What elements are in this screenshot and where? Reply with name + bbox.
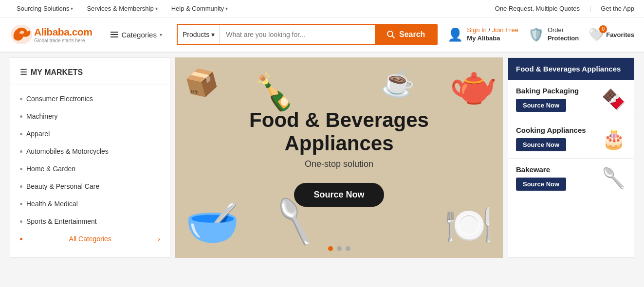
protection-label: Protection bbox=[548, 35, 579, 43]
search-product-label: Products bbox=[183, 31, 209, 38]
deco-coffee: ☕ bbox=[379, 65, 418, 102]
arrow-right-icon: › bbox=[158, 235, 160, 243]
right-panel-item-bakeware: Bakeware Source Now 🥄 bbox=[508, 159, 634, 197]
divider-sign: / bbox=[488, 26, 492, 34]
sidebar-label-all-categories: All Categories bbox=[69, 235, 111, 243]
deco-coffee-machine: 🫖 bbox=[449, 62, 498, 108]
sidebar-item-sports[interactable]: Sports & Entertainment bbox=[10, 213, 170, 230]
search-product-chevron-icon: ▾ bbox=[211, 31, 215, 38]
list-icon: ☰ bbox=[20, 68, 27, 77]
dot-icon bbox=[20, 133, 22, 135]
indicator-3[interactable] bbox=[346, 246, 350, 251]
sidebar-item-all-categories[interactable]: All Categories › bbox=[10, 230, 170, 248]
sidebar-label-home-garden: Home & Garden bbox=[26, 165, 75, 173]
sidebar-label-health: Health & Medical bbox=[26, 200, 78, 208]
dot-icon bbox=[20, 168, 22, 170]
search-icon bbox=[386, 30, 395, 39]
banner-indicators bbox=[328, 246, 350, 251]
sidebar-label-consumer-electronics: Consumer Electronics bbox=[26, 95, 93, 103]
search-input[interactable] bbox=[220, 25, 375, 44]
heart-icon-wrap: 🤍 0 bbox=[589, 27, 604, 42]
cooking-appliances-section: Cooking Appliances Source Now bbox=[516, 126, 602, 151]
help-chevron-icon: ▾ bbox=[225, 6, 228, 11]
bakeware-source-now-button[interactable]: Source Now bbox=[516, 178, 566, 191]
sign-in-link[interactable]: Sign In bbox=[467, 26, 486, 34]
baking-packaging-section: Baking Packaging Source Now bbox=[516, 87, 602, 112]
search-button[interactable]: Search bbox=[375, 25, 437, 44]
banner-source-now-button[interactable]: Source Now bbox=[294, 183, 384, 207]
baking-source-now-button[interactable]: Source Now bbox=[516, 99, 566, 112]
favorites-area[interactable]: 🤍 0 Favorites bbox=[589, 27, 634, 42]
sidebar-item-automobiles[interactable]: Automobiles & Motorcycles bbox=[10, 143, 170, 160]
sidebar-item-beauty[interactable]: Beauty & Personal Care bbox=[10, 178, 170, 195]
cooking-appliances-image: 🎂 bbox=[602, 127, 626, 150]
categories-button[interactable]: Categories ▾ bbox=[106, 31, 167, 39]
sourcing-chevron-icon: ▾ bbox=[71, 6, 73, 11]
right-panel-header: Food & Beverages Appliances bbox=[508, 58, 634, 80]
cooking-source-now-button[interactable]: Source Now bbox=[516, 138, 566, 151]
dot-icon bbox=[20, 203, 22, 205]
services-chevron-icon: ▾ bbox=[155, 6, 158, 11]
categories-chevron-icon: ▾ bbox=[160, 32, 162, 37]
sidebar-label-machinery: Machinery bbox=[26, 112, 58, 120]
order-protection-area[interactable]: 🛡️ Order Protection bbox=[528, 26, 579, 43]
one-request-link[interactable]: One Request, Multiple Quotes bbox=[495, 5, 580, 12]
search-button-label: Search bbox=[399, 30, 425, 39]
bakeware-image: 🥄 bbox=[602, 167, 626, 190]
dot-icon bbox=[20, 98, 22, 100]
dot-icon bbox=[20, 220, 22, 223]
sign-in-text: Sign In / Join Free My Alibaba bbox=[467, 26, 518, 43]
sidebar-item-apparel[interactable]: Apparel bbox=[10, 125, 170, 143]
sidebar-item-health[interactable]: Health & Medical bbox=[10, 195, 170, 213]
baking-packaging-image: 🍫 bbox=[602, 88, 626, 111]
top-nav-right: One Request, Multiple Quotes | Get the A… bbox=[495, 5, 634, 12]
get-the-app-link[interactable]: Get the App bbox=[601, 5, 634, 12]
indicator-2[interactable] bbox=[337, 246, 342, 251]
help-community-nav[interactable]: Help & Community ▾ bbox=[165, 0, 235, 18]
sidebar-title: MY MARKETS bbox=[31, 68, 83, 77]
right-panel-item-baking: Baking Packaging Source Now 🍫 bbox=[508, 80, 634, 119]
deco-mixer: 🥣 bbox=[185, 197, 239, 248]
services-membership-label: Services & Membership bbox=[87, 5, 153, 12]
dot-icon bbox=[20, 115, 22, 118]
banner-content: Food & BeveragesAppliances One-stop solu… bbox=[249, 108, 429, 207]
logo-alibaba-text: Alibaba.com bbox=[34, 26, 92, 38]
sidebar-item-consumer-electronics[interactable]: Consumer Electronics bbox=[10, 90, 170, 108]
top-nav-left: Sourcing Solutions ▾ Services & Membersh… bbox=[10, 0, 235, 18]
main-header: Alibaba.com Global trade starts here. Ca… bbox=[0, 18, 644, 53]
deco-bottle: 🍾 bbox=[252, 70, 297, 113]
indicator-1[interactable] bbox=[328, 246, 333, 251]
dot-icon bbox=[20, 185, 22, 188]
baking-packaging-title: Baking Packaging bbox=[516, 87, 602, 95]
logo-text: Alibaba.com Global trade starts here. bbox=[34, 26, 92, 43]
svg-line-2 bbox=[392, 36, 394, 38]
sidebar-item-machinery[interactable]: Machinery bbox=[10, 108, 170, 125]
my-alibaba-label[interactable]: My Alibaba bbox=[467, 35, 518, 43]
sign-in-label: Sign In / Join Free bbox=[467, 26, 518, 35]
join-free-link[interactable]: Join Free bbox=[492, 26, 518, 34]
sidebar: ☰ MY MARKETS Consumer Electronics Machin… bbox=[10, 57, 170, 258]
sidebar-label-automobiles: Automobiles & Motorcycles bbox=[26, 147, 109, 155]
services-membership-nav[interactable]: Services & Membership ▾ bbox=[80, 0, 164, 18]
sidebar-item-home-garden[interactable]: Home & Garden bbox=[10, 160, 170, 178]
order-protection-text: Order Protection bbox=[548, 26, 579, 43]
nav-divider: | bbox=[589, 5, 591, 12]
user-icon: 👤 bbox=[447, 27, 463, 42]
main-content: ☰ MY MARKETS Consumer Electronics Machin… bbox=[0, 53, 644, 263]
favorites-badge: 0 bbox=[599, 25, 607, 33]
top-nav: Sourcing Solutions ▾ Services & Membersh… bbox=[0, 0, 644, 18]
shield-icon: 🛡️ bbox=[528, 27, 544, 42]
banner-subtitle: One-stop solution bbox=[249, 159, 429, 169]
logo-tagline: Global trade starts here. bbox=[34, 38, 92, 43]
sidebar-label-sports: Sports & Entertainment bbox=[26, 217, 97, 225]
sourcing-solutions-nav[interactable]: Sourcing Solutions ▾ bbox=[10, 0, 80, 18]
search-bar: Products ▾ Search bbox=[177, 24, 438, 45]
dot-icon-orange bbox=[20, 238, 22, 240]
bakeware-section: Bakeware Source Now bbox=[516, 165, 602, 191]
deco-plate: 🍽️ bbox=[444, 202, 493, 248]
search-product-select[interactable]: Products ▾ bbox=[178, 25, 220, 44]
sign-in-area[interactable]: 👤 Sign In / Join Free My Alibaba bbox=[447, 26, 518, 43]
logo-area[interactable]: Alibaba.com Global trade starts here. bbox=[10, 24, 92, 45]
cooking-appliances-title: Cooking Appliances bbox=[516, 126, 602, 134]
sidebar-header: ☰ MY MARKETS bbox=[10, 68, 170, 85]
